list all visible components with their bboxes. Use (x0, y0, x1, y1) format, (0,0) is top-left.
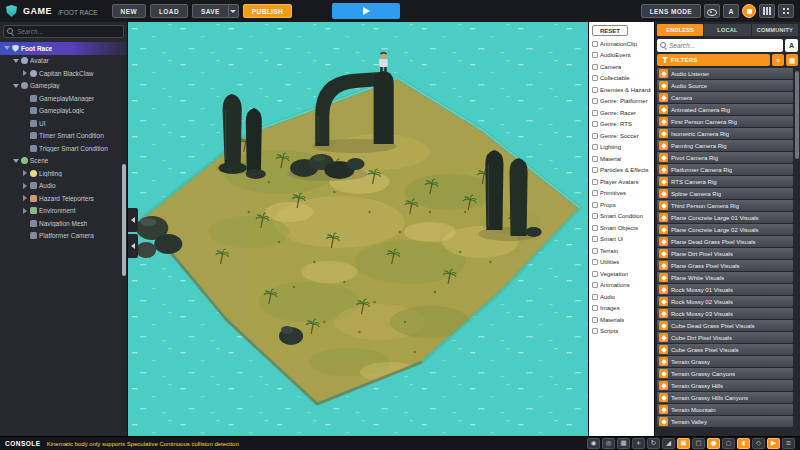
filter-row[interactable]: Particles & Effects (589, 165, 654, 177)
tree-item[interactable]: Scene (0, 155, 127, 168)
asset-tab[interactable]: COMMUNITY (752, 24, 798, 36)
filter-row[interactable]: Props (589, 199, 654, 211)
panel-collapse-button-top[interactable] (128, 208, 138, 232)
filter-checkbox[interactable] (592, 213, 598, 219)
asset-row[interactable]: Isometric Camera Rig (657, 128, 793, 139)
asset-row[interactable]: Third Person Camera Rig (657, 200, 793, 211)
visibility-button[interactable]: ◎ (602, 438, 615, 449)
filter-row[interactable]: Audio (589, 291, 654, 303)
tree-item[interactable]: Navigation Mesh (0, 217, 127, 230)
filter-checkbox[interactable] (592, 156, 598, 162)
filter-row[interactable]: Genre: Soccer (589, 130, 654, 142)
publish-button[interactable]: PUBLISH (243, 4, 292, 18)
asset-row[interactable]: Plane Dead Grass Pixel Visuals (657, 236, 793, 247)
asset-row[interactable]: Terrain Grassy Hills Canyons (657, 392, 793, 403)
filter-checkbox[interactable] (592, 121, 598, 127)
a-toggle-button[interactable]: A (723, 4, 739, 18)
tree-item[interactable]: UI (0, 117, 127, 130)
reset-filters-button[interactable]: RESET (592, 25, 628, 36)
expander-icon[interactable] (22, 220, 28, 226)
tree-item[interactable]: Foot Race (0, 42, 127, 55)
asset-row[interactable]: Audio Source (657, 80, 793, 91)
filter-checkbox[interactable] (592, 179, 598, 185)
expander-icon[interactable] (13, 83, 19, 89)
filter-checkbox[interactable] (592, 64, 598, 70)
filters-button[interactable]: FILTERS (657, 54, 770, 66)
filter-checkbox[interactable] (592, 110, 598, 116)
snap-position-button[interactable]: ▣ (677, 438, 690, 449)
console-label[interactable]: CONSOLE (5, 440, 41, 447)
filter-checkbox[interactable] (592, 236, 598, 242)
tree-scrollbar[interactable] (122, 164, 126, 276)
filter-row[interactable]: AnimationClip (589, 38, 654, 50)
tree-item[interactable]: Avatar (0, 55, 127, 68)
tree-item[interactable]: Timer Smart Condition (0, 130, 127, 143)
filter-row[interactable]: Collectable (589, 73, 654, 85)
expander-icon[interactable] (22, 108, 28, 114)
filter-row[interactable]: Genre: RTS (589, 119, 654, 131)
asset-row[interactable]: Terrain Mountain (657, 404, 793, 415)
asset-row[interactable]: Plane Dirt Pixel Visuals (657, 248, 793, 259)
save-button[interactable]: SAVE (192, 4, 228, 18)
asset-row[interactable]: RTS Camera Rig (657, 176, 793, 187)
asset-row[interactable]: Cube Dead Grass Pixel Visuals (657, 320, 793, 331)
filter-row[interactable]: Player Avatars (589, 176, 654, 188)
profile-button[interactable] (742, 4, 756, 18)
simulate-button[interactable]: ▶ (767, 438, 780, 449)
asset-row[interactable]: First Person Camera Rig (657, 116, 793, 127)
expander-icon[interactable] (22, 133, 28, 139)
expander-icon[interactable] (22, 120, 28, 126)
filter-checkbox[interactable] (592, 271, 598, 277)
grid-snap-button[interactable]: ▦ (617, 438, 630, 449)
filter-row[interactable]: Materials (589, 314, 654, 326)
save-options-button[interactable] (228, 4, 239, 18)
tree-item[interactable]: GameplayManager (0, 92, 127, 105)
load-button[interactable]: LOAD (150, 4, 188, 18)
asset-row[interactable]: Rock Mossy 03 Visuals (657, 308, 793, 319)
more-options-button[interactable] (778, 4, 794, 18)
filter-checkbox[interactable] (592, 133, 598, 139)
asset-row[interactable]: Plane Grass Pixel Visuals (657, 260, 793, 271)
new-button[interactable]: NEW (112, 4, 146, 18)
filter-checkbox[interactable] (592, 248, 598, 254)
filter-row[interactable]: Camera (589, 61, 654, 73)
asset-row[interactable]: Terrain Grassy Hills (657, 380, 793, 391)
filter-row[interactable]: Enemies & Hazards (589, 84, 654, 96)
expander-icon[interactable] (22, 95, 28, 101)
asset-row[interactable]: Camera (657, 92, 793, 103)
expander-icon[interactable] (22, 70, 28, 76)
viewport-scene[interactable] (128, 22, 588, 436)
visibility-toggle-button[interactable] (704, 4, 720, 18)
filter-checkbox[interactable] (592, 87, 598, 93)
play-button[interactable] (332, 3, 400, 19)
filter-checkbox[interactable] (592, 52, 598, 58)
filter-row[interactable]: Material (589, 153, 654, 165)
tree-item[interactable]: Platformer Camera (0, 230, 127, 243)
tree-item[interactable]: Environment (0, 205, 127, 218)
tree-item[interactable]: Trigger Smart Condition (0, 142, 127, 155)
asset-row[interactable]: Cube Grass Pixel Visuals (657, 344, 793, 355)
snap-rotation-button[interactable]: □ (692, 438, 705, 449)
filter-row[interactable]: Genre: Platformer (589, 96, 654, 108)
asset-row[interactable]: Animated Camera Rig (657, 104, 793, 115)
filter-row[interactable]: AudioEvent (589, 50, 654, 62)
filter-checkbox[interactable] (592, 328, 598, 334)
scale-tool-button[interactable]: ◢ (662, 438, 675, 449)
filter-checkbox[interactable] (592, 144, 598, 150)
filter-row[interactable]: Smart Objects (589, 222, 654, 234)
asset-row[interactable]: Plane White Visuals (657, 272, 793, 283)
filter-row[interactable]: Smart Condition (589, 211, 654, 223)
sort-alpha-button[interactable]: A (785, 39, 798, 52)
asset-tab[interactable]: LOCAL (704, 24, 750, 36)
asset-list-scrollbar[interactable] (795, 71, 799, 159)
asset-row[interactable]: Panning Camera Rig (657, 140, 793, 151)
asset-row[interactable]: Audio Listener (657, 68, 793, 79)
expander-icon[interactable] (22, 170, 28, 176)
expander-icon[interactable] (22, 208, 28, 214)
asset-row[interactable]: Spline Camera Rig (657, 188, 793, 199)
filter-checkbox[interactable] (592, 282, 598, 288)
tree-item[interactable]: Hazard Teleporters (0, 192, 127, 205)
local-space-button[interactable]: ○ (722, 438, 735, 449)
filter-row[interactable]: Vegetation (589, 268, 654, 280)
magnet-snap-button[interactable]: ◖ (737, 438, 750, 449)
